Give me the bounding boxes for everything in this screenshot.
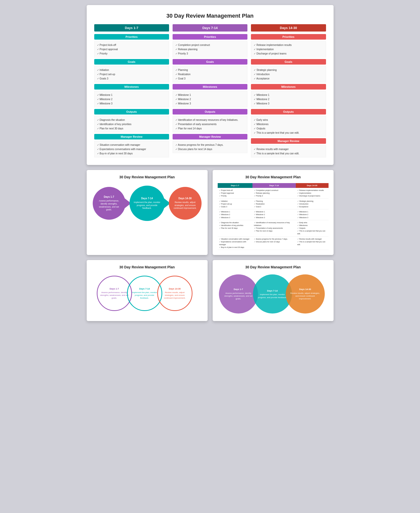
section-header-1-1: Goals	[173, 59, 247, 65]
section-header-0-1: Goals	[94, 59, 169, 65]
section-header-2-4: Manager Review	[251, 138, 326, 144]
cell-item: Completion project construct	[254, 189, 294, 192]
section-header-2-2: Milestones	[251, 84, 326, 90]
cell-item: Assess progress for the previous 7 days.	[254, 238, 294, 240]
cell-item: This is a sample text that you can edit.	[297, 240, 327, 246]
section-item: Milestones	[254, 122, 323, 126]
table-cell: Milestone 1Milestone 2Milestone 3	[296, 209, 329, 220]
cell-item: Identification of key priorities	[219, 224, 251, 227]
cell-item: Milestone 2	[297, 213, 327, 216]
table-header-0: Days 1-7	[218, 183, 252, 188]
section-item: Project approval	[97, 47, 166, 51]
table-row: Milestone 1Milestone 2Milestone 3Milesto…	[218, 209, 329, 220]
node-desc-0: Assess performance, identify strengths, …	[97, 200, 121, 212]
cell-item: Implementation	[297, 192, 327, 194]
venn-desc-1: Implement the plan, monitor progress, an…	[130, 291, 159, 300]
section-item: Buy-in of plan in next 30 days	[97, 151, 166, 156]
vf-title-0: Days 1-7	[234, 288, 243, 291]
section-item: Milestone 2	[97, 97, 166, 101]
circle-node-0: Days 1-7Assess performance, identify str…	[93, 187, 125, 220]
section-body-1-0: Completion project constructRelease plan…	[173, 41, 247, 58]
cell-item: Project set-up	[219, 203, 251, 205]
section-item: Planning	[175, 68, 245, 72]
section-item: Milestone 1	[254, 93, 323, 97]
section-header-0-0: Priorities	[94, 34, 169, 40]
cell-item: Plan for next 14 days	[254, 230, 294, 232]
section-body-0-4: Situation conversation with managerExpec…	[94, 141, 169, 157]
table-cell: Situation conversation with managerExpec…	[218, 236, 252, 250]
cell-item: Milestone 3	[297, 216, 327, 219]
section-body-2-2: Milestone 1Milestone 2Milestone 3	[251, 91, 326, 107]
slide-4-venn: Days 1-7Assess performance, identify str…	[92, 273, 203, 314]
vf-desc-2: Review results, adjust strategies, and e…	[290, 292, 321, 300]
slide-5: 30 Day Review Management Plan Days 1-7As…	[213, 260, 334, 321]
table-cell: InitiationProject set-upGoals 3	[218, 198, 252, 209]
section-item: Presentation of early assessments	[175, 122, 245, 126]
cell-item: Release planning	[254, 192, 294, 194]
section-item: Milestone 1	[97, 93, 166, 97]
col-header-1: Days 7-14	[173, 24, 247, 32]
slide-1-title: 30 Day Review Management Plan	[94, 13, 326, 19]
node-title-0: Days 1-7	[104, 195, 114, 199]
table-row: InitiationProject set-upGoals 3PlanningR…	[218, 198, 329, 209]
table-header-1: Days 7-14	[252, 183, 296, 188]
section-body-2-1: Strategic planningIntroductionAcceptance	[251, 66, 326, 82]
section-body-0-1: InitiationProject set-upGoals 3	[94, 66, 169, 82]
section-header-1-4: Manager Review	[173, 134, 247, 139]
section-item: Identification of key priorities	[97, 122, 166, 126]
cell-item: Milestone 1	[254, 210, 294, 213]
slide-3-table: Days 1-7Days 7-14Days 14-30Project kick-…	[218, 183, 329, 250]
cell-item: Discharge of project teams	[297, 194, 327, 197]
venn-filled-2: Days 14-30Review results, adjust strateg…	[286, 274, 325, 314]
venn-desc-2: Review results, adjust strategies, and e…	[160, 291, 189, 300]
cell-item: Situation conversation with manager	[219, 238, 251, 240]
table-cell: Completion project constructRelease plan…	[252, 188, 296, 198]
venn-title-0: Days 1-7	[110, 287, 119, 291]
mini-table: Days 1-7Days 7-14Days 14-30Project kick-…	[218, 183, 329, 250]
table-cell: Project kick-offProject approvalPriority	[218, 188, 252, 198]
venn-title-2: Days 14-30	[169, 287, 181, 291]
section-item: Milestone 2	[175, 97, 245, 101]
section-item: Milestone 2	[254, 97, 323, 101]
section-body-1-3: Identification of necessary resources of…	[173, 116, 247, 132]
cell-item: Priority 3	[254, 194, 294, 197]
section-item: Priority 3	[175, 51, 245, 56]
section-item: Release planning	[175, 47, 245, 51]
section-item: This is a sample text that you can edit.	[254, 151, 323, 156]
section-item: Situation conversation with manager	[97, 143, 166, 147]
slide-3: 30 Day Review Management Plan Days 1-7Da…	[213, 170, 334, 255]
cell-item: Initiation	[219, 200, 251, 203]
section-item: Priority	[97, 51, 166, 56]
section-header-0-3: Outputs	[94, 109, 169, 115]
cell-item: Acceptance	[297, 205, 327, 208]
section-item: Release implementation results	[254, 43, 323, 47]
table-cell: Strategic planningIntroductionAcceptance	[296, 198, 329, 209]
node-title-2: Days 14-30	[178, 197, 191, 200]
cell-item: Presentation of early assessments	[254, 227, 294, 230]
section-item: Milestone 3	[254, 101, 323, 106]
section-header-1-0: Priorities	[173, 34, 247, 40]
section-item: Identification of necessary resources of…	[175, 118, 245, 122]
cell-item: Outputs	[297, 227, 327, 230]
section-item: Outputs	[254, 126, 323, 131]
circle-node-1: Days 7-14Implement the plan, monitor pro…	[130, 186, 165, 221]
vf-desc-0: Assess performance, identify strengths, …	[223, 292, 254, 300]
vf-title-1: Days 7-14	[267, 289, 278, 293]
cell-item: Buy-in of plan in next 30 days	[219, 246, 251, 249]
slide-2-title: 30 Day Review Management Plan	[92, 175, 203, 179]
slide-2: 30 Day Review Management Plan Days 1-7As…	[87, 170, 208, 255]
section-header-1-2: Milestones	[173, 84, 247, 90]
cell-item: Plan for next 30 days	[219, 227, 251, 230]
section-item: Implementation	[254, 47, 323, 51]
cell-item: Project kick-off	[219, 189, 251, 192]
venn-circle-1: Days 7-14Implement the plan, monitor pro…	[127, 276, 162, 311]
section-body-2-4: Review results with managerThis is a sam…	[251, 145, 326, 157]
section-body-0-0: Project kick-offProject approvalPriority	[94, 41, 169, 58]
cell-item: Priority	[219, 194, 251, 197]
section-item: Plan for next 14 days	[175, 126, 245, 131]
slide-1-columns: Days 1-7PrioritiesProject kick-offProjec…	[94, 24, 326, 157]
bottom-slides-row: 30 Day Review Management Plan Days 1-7As…	[87, 170, 334, 321]
section-header-2-0: Priorities	[251, 34, 326, 40]
node-desc-1: Implement the plan, monitor progress, an…	[134, 201, 161, 210]
node-title-1: Days 7-14	[141, 197, 153, 200]
